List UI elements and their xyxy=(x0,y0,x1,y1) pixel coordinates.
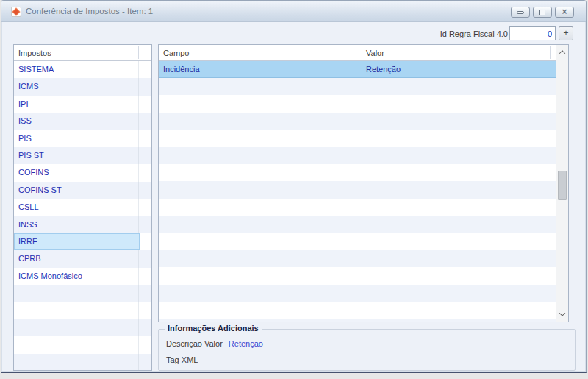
scroll-down-button[interactable] xyxy=(556,308,568,320)
informacoes-adicionais-box: Informações Adicionais Descrição Valor R… xyxy=(158,329,576,371)
impostos-item-ipi[interactable]: IPI xyxy=(14,96,140,113)
impostos-column-header[interactable]: Impostos xyxy=(14,45,151,61)
impostos-item-pis[interactable]: PIS xyxy=(14,130,140,147)
scrollbar-thumb[interactable] xyxy=(558,171,567,200)
tag-xml-label: Tag XML xyxy=(166,355,198,364)
impostos-item-csll[interactable]: CSLL xyxy=(14,199,140,216)
descricao-valor-label: Descrição Valor xyxy=(166,339,223,348)
column-divider xyxy=(550,46,551,59)
column-divider xyxy=(138,46,139,59)
table-row-selected[interactable]: Incidência Retenção xyxy=(159,61,557,78)
close-icon: × xyxy=(562,7,567,16)
impostos-item-cofins-st[interactable]: COFINS ST xyxy=(14,182,140,199)
maximize-button[interactable] xyxy=(533,7,552,18)
maximize-icon xyxy=(539,10,545,15)
minimize-button[interactable] xyxy=(511,7,530,18)
impostos-header-label: Impostos xyxy=(18,49,51,57)
campo-valor-table: Campo Valor Incidência Retenção xyxy=(158,44,569,322)
impostos-item-cofins[interactable]: COFINS xyxy=(14,164,140,181)
window-controls: × xyxy=(511,7,574,18)
dialog-window: Conferência de Impostos - Item: 1 × Id R… xyxy=(1,0,587,373)
window-title: Conferência de Impostos - Item: 1 xyxy=(26,7,153,15)
impostos-item-icms[interactable]: ICMS xyxy=(14,78,140,95)
chevron-up-icon xyxy=(559,50,565,56)
column-divider xyxy=(362,46,362,59)
impostos-item-pis-st[interactable]: PIS ST xyxy=(14,147,140,164)
impostos-panel: Impostos SISTEMA ICMS IPI ISS PIS PIS ST… xyxy=(13,44,152,371)
impostos-item-iss[interactable]: ISS xyxy=(14,113,140,130)
impostos-item-cprb[interactable]: CPRB xyxy=(14,250,140,267)
close-button[interactable]: × xyxy=(555,7,574,18)
add-button[interactable]: + xyxy=(559,26,573,40)
impostos-list: SISTEMA ICMS IPI ISS PIS PIS ST COFINS C… xyxy=(14,61,151,370)
descricao-valor-row: Descrição Valor Retenção xyxy=(166,339,263,348)
impostos-item-irrf-selected[interactable]: IRRF xyxy=(14,233,140,250)
tag-xml-row: Tag XML xyxy=(166,355,204,364)
chevron-down-icon xyxy=(559,310,565,316)
cell-valor: Retenção xyxy=(366,61,401,78)
id-regra-fiscal-input[interactable] xyxy=(509,26,556,40)
valor-column-header[interactable]: Valor xyxy=(366,45,384,61)
impostos-item-icms-monofasico[interactable]: ICMS Monofásico xyxy=(14,268,140,285)
app-icon xyxy=(11,7,21,17)
descricao-valor-value: Retenção xyxy=(229,339,263,348)
table-vertical-scrollbar[interactable] xyxy=(556,45,568,322)
table-header: Campo Valor xyxy=(159,45,557,61)
cell-campo: Incidência xyxy=(163,61,200,78)
id-regra-fiscal-label: Id Regra Fiscal 4.0 xyxy=(440,29,508,38)
informacoes-adicionais-title: Informações Adicionais xyxy=(165,324,262,333)
impostos-item-sistema[interactable]: SISTEMA xyxy=(14,61,140,78)
campo-column-header[interactable]: Campo xyxy=(163,45,189,61)
impostos-item-inss[interactable]: INSS xyxy=(14,216,140,233)
scroll-up-button[interactable] xyxy=(556,46,568,58)
titlebar[interactable]: Conferência de Impostos - Item: 1 × xyxy=(1,1,586,22)
minimize-icon xyxy=(517,11,524,14)
table-empty-rows xyxy=(159,78,557,322)
